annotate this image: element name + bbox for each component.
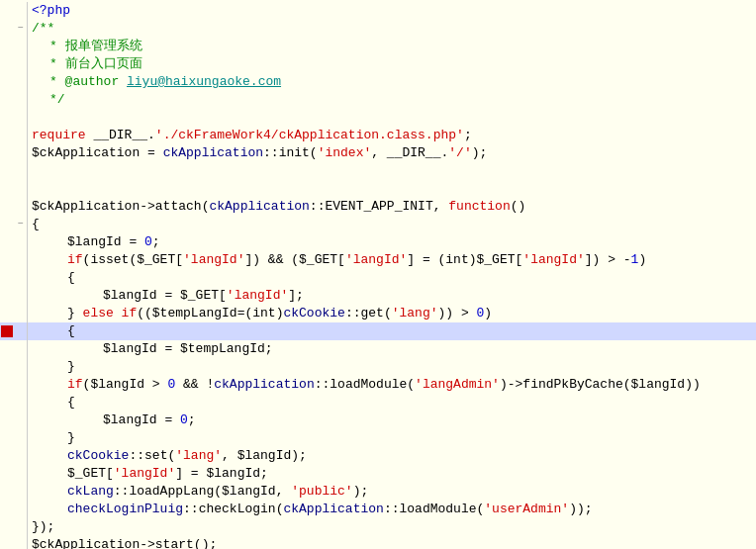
fold-26 — [14, 447, 28, 465]
line-8: require __DIR__.'./ckFrameWork4/ckApplic… — [0, 127, 756, 144]
gutter-7 — [0, 109, 14, 127]
line-17: $langId = $_GET['langId']; — [0, 287, 756, 305]
line-20: $langId = $tempLangId; — [0, 340, 756, 358]
line-content-8: require __DIR__.'./ckFrameWork4/ckApplic… — [28, 127, 756, 144]
line-content-22: if($langId > 0 && !ckApplication::loadMo… — [28, 376, 756, 394]
line-content-13: { — [28, 216, 756, 233]
fold-8 — [14, 127, 28, 144]
fold-6 — [14, 91, 28, 109]
line-16: { — [0, 269, 756, 287]
line-14: $langId = 0; — [0, 233, 756, 251]
line-28: ckLang::loadAppLang($langId, 'public'); — [0, 483, 756, 501]
gutter-3 — [0, 38, 14, 55]
fold-15 — [14, 251, 28, 269]
line-content-19: { — [28, 322, 756, 340]
fold-29 — [14, 501, 28, 518]
fold-9 — [14, 144, 28, 162]
line-5: * @author liyu@haixungaoke.com — [0, 73, 756, 91]
line-6: */ — [0, 91, 756, 109]
gutter-29 — [0, 501, 14, 518]
fold-14 — [14, 233, 28, 251]
gutter-20 — [0, 340, 14, 358]
line-19: { — [0, 322, 756, 340]
gutter-17 — [0, 287, 14, 305]
line-22: if($langId > 0 && !ckApplication::loadMo… — [0, 376, 756, 394]
gutter-11 — [0, 180, 14, 198]
line-3: * 报单管理系统 — [0, 38, 756, 55]
gutter-19 — [0, 322, 14, 340]
gutter-31 — [0, 536, 14, 549]
line-content-7 — [28, 109, 756, 127]
line-content-21: } — [28, 358, 756, 376]
gutter-22 — [0, 376, 14, 394]
line-12: $ckApplication->attach(ckApplication::EV… — [0, 198, 756, 216]
gutter-6 — [0, 91, 14, 109]
fold-28 — [14, 483, 28, 501]
gutter-24 — [0, 412, 14, 429]
line-21: } — [0, 358, 756, 376]
line-content-6: */ — [28, 91, 756, 109]
line-25: } — [0, 429, 756, 447]
breakpoint-marker[interactable] — [1, 325, 13, 337]
gutter-15 — [0, 251, 14, 269]
fold-10 — [14, 162, 28, 180]
gutter-26 — [0, 447, 14, 465]
line-23: { — [0, 394, 756, 412]
line-content-2: /** — [28, 20, 756, 38]
line-content-27: $_GET['langId'] = $langId; — [28, 465, 756, 483]
gutter-2 — [0, 20, 14, 38]
fold-23 — [14, 394, 28, 412]
line-31: $ckApplication->start(); — [0, 536, 756, 549]
fold-1 — [14, 2, 28, 20]
line-2: − /** — [0, 20, 756, 38]
line-content-30: }); — [28, 518, 756, 536]
gutter-10 — [0, 162, 14, 180]
line-30: }); — [0, 518, 756, 536]
gutter-30 — [0, 518, 14, 536]
fold-13[interactable]: − — [14, 216, 28, 233]
line-content-24: $langId = 0; — [28, 412, 756, 429]
line-container: <?php − /** * 报单管理系统 * 前台入口页面 * @author … — [0, 0, 756, 549]
line-26: ckCookie::set('lang', $langId); — [0, 447, 756, 465]
line-content-12: $ckApplication->attach(ckApplication::EV… — [28, 198, 756, 216]
line-15: if(isset($_GET['langId']) && ($_GET['lan… — [0, 251, 756, 269]
gutter-12 — [0, 198, 14, 216]
fold-30 — [14, 518, 28, 536]
gutter-8 — [0, 127, 14, 144]
line-content-17: $langId = $_GET['langId']; — [28, 287, 756, 305]
fold-18 — [14, 305, 28, 322]
gutter-1 — [0, 2, 14, 20]
fold-22 — [14, 376, 28, 394]
fold-12 — [14, 198, 28, 216]
line-content-20: $langId = $tempLangId; — [28, 340, 756, 358]
line-9: $ckApplication = ckApplication::init('in… — [0, 144, 756, 162]
fold-27 — [14, 465, 28, 483]
line-10 — [0, 162, 756, 180]
line-content-3: * 报单管理系统 — [28, 38, 756, 55]
line-content-11 — [28, 180, 756, 198]
gutter-5 — [0, 73, 14, 91]
line-1: <?php — [0, 2, 756, 20]
line-24: $langId = 0; — [0, 412, 756, 429]
gutter-27 — [0, 465, 14, 483]
line-content-31: $ckApplication->start(); — [28, 536, 756, 549]
fold-7 — [14, 109, 28, 127]
line-content-16: { — [28, 269, 756, 287]
fold-2[interactable]: − — [14, 20, 28, 38]
fold-17 — [14, 287, 28, 305]
line-13: − { — [0, 216, 756, 233]
fold-25 — [14, 429, 28, 447]
line-content-9: $ckApplication = ckApplication::init('in… — [28, 144, 756, 162]
gutter-13 — [0, 216, 14, 233]
line-18: } else if(($tempLangId=(int)ckCookie::ge… — [0, 305, 756, 322]
line-4: * 前台入口页面 — [0, 55, 756, 73]
line-content-10 — [28, 162, 756, 180]
gutter-23 — [0, 394, 14, 412]
line-11 — [0, 180, 756, 198]
gutter-16 — [0, 269, 14, 287]
line-content-28: ckLang::loadAppLang($langId, 'public'); — [28, 483, 756, 501]
fold-20 — [14, 340, 28, 358]
gutter-18 — [0, 305, 14, 322]
line-content-26: ckCookie::set('lang', $langId); — [28, 447, 756, 465]
line-29: checkLoginPluig::checkLogin(ckApplicatio… — [0, 501, 756, 518]
